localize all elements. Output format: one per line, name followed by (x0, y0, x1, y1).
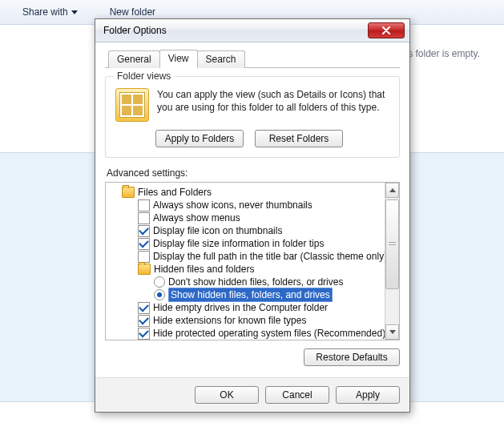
folder-views-icon (115, 88, 149, 122)
chevron-up-icon (389, 188, 396, 192)
scroll-track[interactable] (385, 198, 399, 324)
titlebar[interactable]: Folder Options (95, 19, 409, 42)
dialog-client: General View Search Folder views You can… (95, 42, 409, 412)
advanced-settings-label: Advanced settings: (107, 167, 400, 179)
close-button[interactable] (368, 22, 405, 38)
group-label: Folder views (114, 70, 174, 82)
tree-item-label: Display file size information in folder … (153, 237, 324, 250)
tree-radio-item[interactable]: Show hidden files, folders, and drives (111, 288, 383, 301)
tree-item-label: Hide protected operating system files (R… (153, 327, 385, 340)
dialog-title: Folder Options (103, 25, 167, 36)
cancel-button[interactable]: Cancel (265, 386, 329, 404)
tree-radio-item[interactable]: Don't show hidden files, folders, or dri… (111, 276, 383, 288)
tab-search[interactable]: Search (197, 50, 245, 68)
chevron-down-icon (389, 330, 396, 334)
toolbar-share-with[interactable]: Share with (22, 6, 78, 18)
tree-item-label: Display file icon on thumbnails (153, 224, 282, 237)
apply-button[interactable]: Apply (336, 386, 400, 404)
checkbox[interactable] (138, 199, 150, 211)
tree-root[interactable]: Files and Folders (111, 186, 383, 199)
ok-button[interactable]: OK (195, 386, 259, 404)
checkbox[interactable] (138, 225, 150, 237)
toolbar-label: Share with (22, 6, 68, 18)
scroll-up-button[interactable] (385, 183, 399, 198)
tree-item[interactable]: Always show icons, never thumbnails (111, 199, 383, 211)
checkbox[interactable] (138, 302, 150, 314)
folder-views-group: Folder views You can apply the view (suc… (105, 76, 400, 158)
checkbox[interactable] (138, 251, 150, 263)
tab-view[interactable]: View (159, 50, 198, 68)
tree-item-label: Hide empty drives in the Computer folder (153, 301, 328, 314)
checkbox[interactable] (138, 238, 150, 250)
chevron-down-icon (71, 10, 78, 14)
tree-item-label: Always show icons, never thumbnails (153, 199, 312, 211)
tree-item-label: Display the full path in the title bar (… (153, 250, 385, 263)
tree-item-label: Hide extensions for known file types (153, 314, 306, 327)
apply-to-folders-button[interactable]: Apply to Folders (155, 130, 244, 147)
tab-strip: General View Search (105, 49, 400, 68)
reset-folders-button[interactable]: Reset Folders (255, 130, 343, 147)
checkbox[interactable] (138, 212, 150, 224)
checkbox[interactable] (138, 315, 150, 327)
folder-icon (122, 187, 135, 198)
toolbar-label: New folder (110, 6, 155, 18)
folder-options-dialog: Folder Options General View Search Folde… (95, 18, 410, 413)
scroll-thumb[interactable] (385, 199, 399, 289)
tree-hidden-group[interactable]: Hidden files and folders (111, 263, 383, 276)
tree-item-label: Don't show hidden files, folders, or dri… (168, 276, 343, 288)
radio[interactable] (154, 289, 165, 300)
tree-content[interactable]: Files and Folders Always show icons, nev… (106, 183, 385, 340)
radio[interactable] (154, 276, 165, 288)
tree-item[interactable]: Hide empty drives in the Computer folder (111, 301, 383, 314)
toolbar-new-folder[interactable]: New folder (110, 6, 155, 18)
folder-views-description: You can apply the view (such as Details … (157, 88, 389, 122)
tree-item[interactable]: Display file size information in folder … (111, 237, 383, 250)
dialog-button-row: OK Cancel Apply (95, 377, 409, 412)
scroll-down-button[interactable] (385, 324, 399, 340)
tree-group-label: Hidden files and folders (154, 263, 254, 276)
tab-label: View (168, 53, 189, 64)
tree-item-label: Show hidden files, folders, and drives (168, 288, 333, 302)
tree-item[interactable]: Always show menus (111, 211, 383, 224)
advanced-settings-tree: Files and Folders Always show icons, nev… (105, 182, 400, 340)
scrollbar[interactable] (385, 183, 399, 340)
tree-item[interactable]: Display file icon on thumbnails (111, 224, 383, 237)
checkbox[interactable] (138, 328, 150, 340)
folder-icon (138, 264, 151, 275)
tab-label: General (117, 54, 151, 65)
tree-item[interactable]: Hide extensions for known file types (111, 314, 383, 327)
tab-label: Search (206, 54, 236, 65)
tab-general[interactable]: General (108, 50, 160, 68)
restore-defaults-button[interactable]: Restore Defaults (304, 348, 400, 366)
tree-item-label: Always show menus (153, 211, 240, 224)
close-icon (381, 26, 391, 34)
tree-item[interactable]: Display the full path in the title bar (… (111, 250, 383, 263)
tree-item[interactable]: Hide protected operating system files (R… (111, 327, 383, 340)
tree-root-label: Files and Folders (138, 186, 212, 199)
empty-folder-hint: s folder is empty. (408, 48, 480, 59)
